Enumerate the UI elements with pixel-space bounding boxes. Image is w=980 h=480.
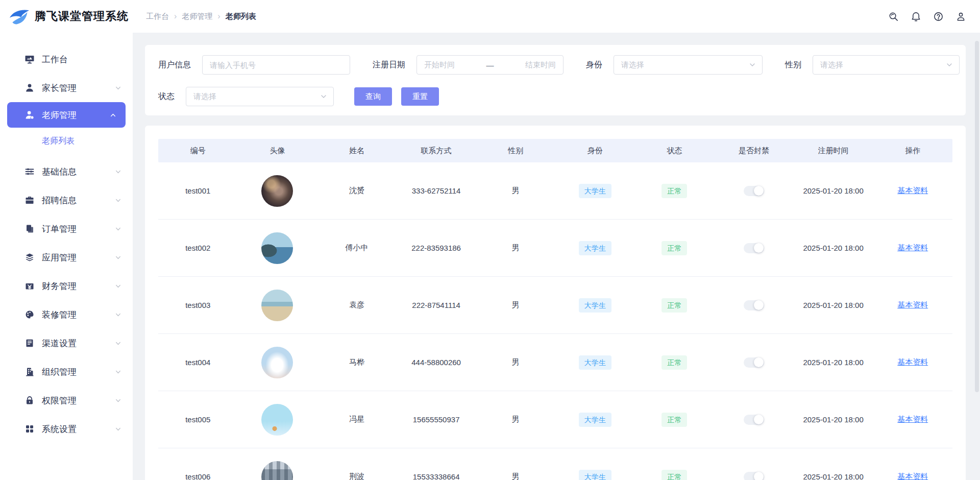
- cell-teacher-name: 沈赟: [317, 186, 397, 196]
- cell-contact: 222-87541114: [397, 301, 476, 309]
- toggle-knob: [754, 243, 764, 253]
- chevron-down-icon: [749, 61, 756, 68]
- breadcrumb-current: 老师列表: [226, 12, 256, 21]
- gender-label: 性别: [785, 60, 801, 70]
- sidebar-item-org[interactable]: 组织管理: [0, 357, 133, 386]
- column-header: 状态: [635, 146, 715, 156]
- status-badge: 正常: [662, 298, 687, 313]
- palette-icon: [24, 309, 35, 320]
- identity-label: 身份: [586, 60, 602, 70]
- filter-panel: 用户信息 注册日期 开始时间 — 结束时间 身份 请选择 性别: [145, 45, 966, 115]
- cell-contact: 15533338664: [397, 472, 476, 480]
- column-header: 性别: [476, 146, 555, 156]
- sidebar-item-lock[interactable]: 权限管理: [0, 386, 133, 415]
- cell-contact: 222-83593186: [397, 244, 476, 252]
- sidebar-item-orders[interactable]: 订单管理: [0, 214, 133, 243]
- identity-select[interactable]: 请选择: [614, 55, 763, 75]
- teacher-icon: [24, 110, 35, 120]
- help-icon[interactable]: [932, 10, 944, 22]
- ban-toggle[interactable]: [744, 186, 764, 196]
- status-badge: 正常: [662, 470, 687, 480]
- sidebar-item-briefcase[interactable]: 招聘信息: [0, 186, 133, 214]
- sidebar-item-sliders[interactable]: 基础信息: [0, 157, 133, 186]
- ban-toggle[interactable]: [744, 243, 764, 253]
- chevron-down-icon: [115, 369, 121, 375]
- detail-link[interactable]: 基本资料: [897, 300, 928, 310]
- sidebar: 工作台 家长管理 老师管理 老师列表 基础信息 招聘信息 订单管理: [0, 33, 133, 480]
- table-header-row: 编号 头像 姓名 联系方式 性别 身份 状态 是否封禁 注册时间 操作: [158, 139, 952, 162]
- sidebar-item-palette[interactable]: 装修管理: [0, 300, 133, 329]
- ban-toggle[interactable]: [744, 300, 764, 310]
- sliders-icon: [24, 166, 35, 177]
- search-button[interactable]: 查询: [354, 87, 392, 106]
- cell-teacher-name: 袁彦: [317, 300, 397, 310]
- sidebar-item-dashboard[interactable]: 工作台: [0, 45, 133, 74]
- top-header: 腾飞课堂管理系统 工作台 › 老师管理 › 老师列表: [0, 0, 980, 33]
- sidebar-item-finance[interactable]: 财务管理: [0, 272, 133, 300]
- sidebar-item-channel[interactable]: 渠道设置: [0, 329, 133, 357]
- user-info-label: 用户信息: [158, 60, 191, 70]
- toggle-knob: [754, 357, 764, 367]
- column-header: 注册时间: [794, 146, 873, 156]
- cell-teacher-id: test002: [158, 244, 238, 252]
- scrollbar[interactable]: [975, 41, 979, 392]
- cell-gender: 男: [476, 186, 555, 196]
- status-select[interactable]: 请选择: [186, 87, 334, 106]
- column-header: 身份: [555, 146, 635, 156]
- detail-link[interactable]: 基本资料: [897, 415, 928, 424]
- column-header: 编号: [158, 146, 238, 156]
- chevron-down-icon: [115, 397, 121, 404]
- detail-link[interactable]: 基本资料: [897, 357, 928, 367]
- sidebar-subitem[interactable]: 老师列表: [0, 128, 133, 154]
- date-range-picker[interactable]: 开始时间 — 结束时间: [416, 55, 564, 75]
- gender-select[interactable]: 请选择: [813, 55, 960, 75]
- chevron-down-icon: [115, 340, 121, 347]
- start-date-placeholder[interactable]: 开始时间: [424, 60, 455, 70]
- breadcrumb-separator-icon: ›: [217, 12, 220, 21]
- cell-register-time: 2025-01-20 18:00: [794, 472, 873, 480]
- avatar: [261, 232, 293, 264]
- cell-teacher-name: 冯星: [317, 415, 397, 424]
- chevron-down-icon: [115, 283, 121, 290]
- cell-gender: 男: [476, 243, 555, 253]
- ban-toggle[interactable]: [744, 357, 764, 368]
- toggle-knob: [754, 300, 764, 310]
- reset-button[interactable]: 重置: [401, 87, 439, 106]
- sidebar-item-layers[interactable]: 应用管理: [0, 243, 133, 272]
- avatar: [261, 290, 293, 321]
- chevron-down-icon: [115, 226, 121, 232]
- phone-input[interactable]: [202, 55, 350, 75]
- end-date-placeholder[interactable]: 结束时间: [525, 60, 556, 70]
- cell-teacher-name: 傅小中: [317, 243, 397, 253]
- cell-teacher-name: 马桦: [317, 357, 397, 367]
- cell-teacher-name: 荆波: [317, 472, 397, 480]
- app-logo: 腾飞课堂管理系统: [0, 6, 133, 27]
- breadcrumb-separator-icon: ›: [174, 12, 177, 21]
- cell-teacher-id: test004: [158, 358, 238, 367]
- sidebar-item-settings[interactable]: 系统设置: [0, 415, 133, 443]
- cell-gender: 男: [476, 415, 555, 424]
- sidebar-item-parent[interactable]: 家长管理: [0, 74, 133, 102]
- ban-toggle[interactable]: [744, 472, 764, 480]
- org-icon: [24, 367, 35, 377]
- detail-link[interactable]: 基本资料: [897, 243, 928, 253]
- bell-icon[interactable]: [910, 10, 922, 22]
- sidebar-item-teacher[interactable]: 老师管理: [7, 102, 126, 128]
- breadcrumb-item[interactable]: 老师管理: [182, 12, 212, 21]
- parent-icon: [24, 83, 35, 93]
- status-badge: 正常: [662, 413, 687, 427]
- status-badge: 正常: [662, 241, 687, 255]
- search-icon[interactable]: [887, 10, 899, 22]
- breadcrumb-item[interactable]: 工作台: [146, 12, 169, 21]
- status-badge: 正常: [662, 355, 687, 370]
- cell-gender: 男: [476, 357, 555, 367]
- cell-register-time: 2025-01-20 18:00: [794, 244, 873, 252]
- identity-badge: 大学生: [579, 355, 611, 370]
- detail-link[interactable]: 基本资料: [897, 186, 928, 196]
- detail-link[interactable]: 基本资料: [897, 472, 928, 480]
- status-badge: 正常: [662, 184, 687, 198]
- identity-badge: 大学生: [579, 241, 611, 255]
- user-icon[interactable]: [954, 10, 967, 22]
- ban-toggle[interactable]: [744, 415, 764, 425]
- cell-gender: 男: [476, 472, 555, 480]
